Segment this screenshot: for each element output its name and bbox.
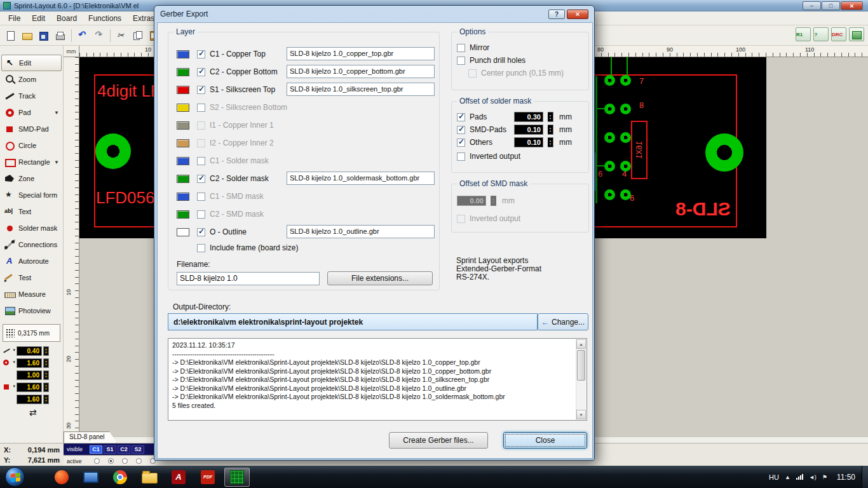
taskbar-item-adobe[interactable]: A [166, 468, 191, 487]
toolbar-button[interactable] [91, 27, 107, 44]
tool-item[interactable]: Zoom ▼ [1, 71, 62, 88]
include-frame-checkbox[interactable] [197, 244, 205, 252]
toolbar-button[interactable] [52, 27, 69, 44]
layer-checkbox[interactable] [197, 228, 205, 236]
center-punch-checkbox[interactable] [468, 69, 477, 78]
swap-values-icon[interactable]: ⇄ [29, 407, 63, 417]
offset-value-field[interactable]: 0.30 [514, 112, 543, 122]
tool-item[interactable]: Test ▼ [1, 269, 62, 286]
minimize-button[interactable]: – [803, 1, 821, 10]
smd-height-field[interactable]: 1.60 [17, 395, 42, 404]
offset-value-field[interactable]: 0.10 [514, 137, 543, 147]
toolbar-right-button[interactable]: ? [813, 27, 829, 41]
scrollbar-thumb[interactable] [577, 350, 585, 381]
layer-checkbox[interactable] [197, 193, 205, 201]
tool-item[interactable]: Pad ▼ [1, 104, 62, 121]
layer-checkbox[interactable] [197, 86, 205, 94]
layer-chip[interactable]: C2 [118, 445, 130, 454]
offset-spinner[interactable]: ▲▼ [548, 125, 553, 135]
layer-checkbox[interactable] [197, 175, 205, 183]
track-width-spinner[interactable]: ▲▼ [43, 346, 49, 356]
toolbar-button[interactable] [107, 27, 113, 44]
track-width-icon[interactable] [3, 346, 15, 356]
tray-expand-icon[interactable]: ▲ [785, 474, 790, 480]
toolbar-right-button[interactable] [849, 27, 864, 41]
smd-size-icon[interactable] [3, 383, 15, 392]
layer-checkbox[interactable] [197, 50, 205, 58]
grid-setting-button[interactable]: 0,3175 mm [3, 324, 60, 342]
tool-item[interactable]: Measure ▼ [1, 286, 62, 302]
toolbar-button[interactable] [113, 27, 130, 44]
export-log[interactable]: 2023.11.12. 10:35:17--------------------… [168, 338, 587, 421]
smd-width-spinner[interactable]: ▲▼ [43, 383, 49, 392]
toolbar-button[interactable] [74, 27, 91, 44]
close-button[interactable]: Close [503, 432, 587, 449]
toolbar-right-button[interactable]: R1 [796, 27, 811, 41]
toolbar-button[interactable] [3, 27, 19, 44]
offset-checkbox[interactable] [457, 113, 465, 121]
create-gerber-files-button[interactable]: Create Gerber files... [389, 432, 488, 449]
menu-item[interactable]: Edit [26, 12, 51, 25]
layer-checkbox[interactable] [197, 104, 205, 112]
active-layer-radio[interactable] [122, 458, 128, 464]
toolbar-button[interactable] [69, 27, 74, 44]
taskbar-item-browser[interactable] [49, 468, 74, 487]
menu-item[interactable]: Functions [83, 12, 127, 25]
layer-checkbox[interactable] [197, 139, 205, 147]
start-button[interactable] [5, 467, 25, 487]
smd-width-field[interactable]: 1.60 [17, 383, 42, 392]
offset-checkbox[interactable] [457, 126, 465, 134]
toolbar-button[interactable] [36, 27, 52, 44]
pad-drill-field[interactable]: 1.00 [17, 370, 42, 380]
tool-item[interactable]: Rectangle ▼ [1, 154, 62, 170]
layer-filename-input[interactable]: SLD-8 kijelzo 1.0_outline.gbr [287, 225, 435, 238]
layer-filename-input[interactable]: SLD-8 kijelzo 1.0_copper_bottom.gbr [287, 65, 435, 78]
tool-item[interactable]: Solder mask ▼ [1, 220, 62, 236]
tool-item[interactable]: Track ▼ [1, 88, 62, 104]
action-center-flag-icon[interactable]: ⚑ [822, 474, 827, 480]
smd-inverted-output-checkbox[interactable] [457, 215, 465, 223]
punch-drill-holes-checkbox[interactable] [457, 57, 465, 65]
layer-checkbox[interactable] [197, 121, 205, 130]
help-button[interactable]: ? [548, 10, 565, 19]
log-scrollbar[interactable]: ▲ ▼ [576, 339, 586, 419]
layer-checkbox[interactable] [197, 68, 205, 76]
offset-spinner[interactable]: ▲▼ [548, 137, 553, 147]
chevron-down-icon[interactable]: ▼ [54, 110, 59, 116]
smd-height-spinner[interactable]: ▲▼ [43, 395, 49, 404]
tool-item[interactable]: Photoview ▼ [1, 302, 62, 319]
pad-outer-field[interactable]: 1.60 [17, 358, 42, 368]
file-extensions-button[interactable]: File extensions... [327, 271, 433, 285]
active-layer-radio[interactable] [136, 458, 142, 464]
clock[interactable]: 11:50 [837, 473, 855, 482]
chevron-down-icon[interactable]: ▼ [54, 159, 59, 165]
taskbar-item-chrome[interactable] [107, 468, 133, 487]
dialog-titlebar[interactable]: Gerber Export ? × [154, 6, 594, 22]
layer-chip[interactable]: S1 [104, 445, 116, 454]
toolbar-right-button[interactable]: DRC [831, 27, 846, 41]
menu-item[interactable]: Board [51, 12, 83, 25]
language-indicator[interactable]: HU [769, 473, 779, 481]
mirror-checkbox[interactable] [457, 44, 465, 52]
tool-item[interactable]: Text ▼ [1, 203, 62, 220]
active-layer-radio[interactable] [94, 458, 100, 464]
tool-item[interactable]: SMD-Pad ▼ [1, 121, 62, 137]
filename-input[interactable]: SLD-8 kijelzo 1.0 [177, 272, 320, 285]
close-window-button[interactable]: × [841, 1, 863, 10]
volume-icon[interactable]: ◄) [809, 474, 817, 480]
maximize-button[interactable]: □ [822, 1, 840, 10]
tool-item[interactable]: Autoroute ▼ [1, 253, 62, 269]
pad-drill-spinner[interactable]: ▲▼ [43, 370, 49, 380]
show-desktop-button[interactable] [862, 466, 868, 488]
inverted-output-checkbox[interactable] [457, 152, 465, 161]
scroll-up-icon[interactable]: ▲ [576, 339, 586, 349]
menu-item[interactable]: File [3, 12, 26, 25]
toolbar-button[interactable] [130, 27, 146, 44]
offset-value-field[interactable]: 0.10 [514, 125, 543, 135]
layer-checkbox[interactable] [197, 210, 205, 219]
layer-chip[interactable]: S2 [132, 445, 144, 454]
tool-item[interactable]: Zone ▼ [1, 170, 62, 187]
taskbar-item-folder[interactable] [137, 468, 162, 487]
layer-checkbox[interactable] [197, 157, 205, 165]
taskbar-item-display[interactable] [78, 468, 104, 487]
